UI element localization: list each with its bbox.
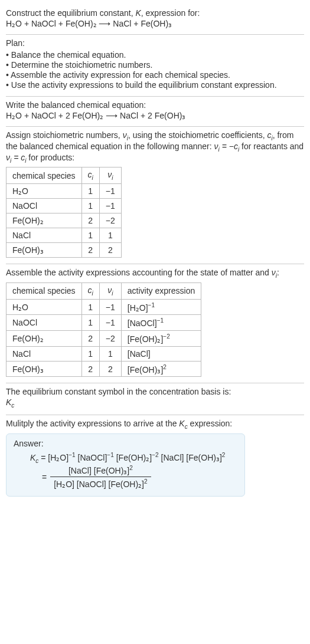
equals: = <box>38 453 48 462</box>
cell-species: H₂O <box>6 299 82 315</box>
k-symbol: K <box>135 8 141 18</box>
activity-table: chemical species ci νi activity expressi… <box>6 282 201 377</box>
nu-symbol: νi <box>272 268 277 277</box>
cell-expr: [NaOCl]−1 <box>121 315 201 331</box>
cell-c: 1 <box>81 346 99 361</box>
intro-text-b: , expression for: <box>141 8 200 18</box>
plan-item: • Assemble the activity expression for e… <box>6 70 304 80</box>
kc-symbol: Kc <box>179 419 187 428</box>
cell-species: Fe(OH)₃ <box>6 361 82 377</box>
stoich-text-b: , using the stoichiometric coefficients, <box>128 130 267 140</box>
multiply-text-a: Mulitply the activity expressions to arr… <box>6 419 179 428</box>
table-row: NaCl11[NaCl] <box>6 346 201 361</box>
c-symbol: ci <box>267 130 272 140</box>
equals: = <box>42 472 47 482</box>
cell-species: NaCl <box>6 228 82 243</box>
intro-section: Construct the equilibrium constant, K, e… <box>6 5 304 34</box>
cell-species: NaOCl <box>6 315 82 331</box>
table-row: H₂O1−1[H₂O]−1 <box>6 299 201 315</box>
cell-c: 1 <box>81 315 99 331</box>
cell-c: 1 <box>81 228 99 243</box>
col-expr: activity expression <box>121 282 201 299</box>
nu-symbol: νi <box>123 130 128 140</box>
cell-v: 1 <box>99 228 121 243</box>
plan-item: • Determine the stoichiometric numbers. <box>6 60 304 70</box>
activity-text-a: Assemble the activity expressions accoun… <box>6 268 272 277</box>
multiply-text-b: expression: <box>188 419 232 428</box>
table-row: NaOCl1−1 <box>6 199 122 213</box>
table-row: Fe(OH)₃22[Fe(OH)₃]2 <box>6 361 201 377</box>
kc-base: K <box>6 397 11 407</box>
table-row: Fe(OH)₃22 <box>6 243 122 258</box>
plan-bullets: • Balance the chemical equation. • Deter… <box>6 50 304 90</box>
stoich-section: Assign stoichiometric numbers, νi, using… <box>6 127 304 264</box>
balanced-section: Write the balanced chemical equation: H₂… <box>6 97 304 126</box>
plan-heading: Plan: <box>6 38 304 48</box>
cell-c: 1 <box>81 199 99 213</box>
cell-expr: [Fe(OH)₃]2 <box>121 361 201 377</box>
multiply-section: Mulitply the activity expressions to arr… <box>6 415 304 502</box>
cell-c: 2 <box>81 213 99 228</box>
fraction: [NaCl] [Fe(OH)₃]2 [H₂O] [NaOCl] [Fe(OH)₂… <box>50 465 151 488</box>
cell-v: −1 <box>99 199 121 213</box>
cell-v: −2 <box>99 213 121 228</box>
cell-v: 1 <box>99 346 121 361</box>
plan-item: • Use the activity expressions to build … <box>6 80 304 90</box>
plan-item: • Balance the chemical equation. <box>6 50 304 60</box>
terms: [H₂O]−1 [NaOCl]−1 [Fe(OH)₂]−2 [NaCl] [Fe… <box>48 453 225 462</box>
stoich-text-e: for products: <box>26 153 74 162</box>
intro-text-a: Construct the equilibrium constant, <box>6 8 135 18</box>
table-row: Fe(OH)₂2−2 <box>6 213 122 228</box>
balanced-heading: Write the balanced chemical equation: <box>6 100 304 110</box>
numerator: [NaCl] [Fe(OH)₃]2 <box>50 465 151 477</box>
table-row: Fe(OH)₂2−2[Fe(OH)₂]−2 <box>6 331 201 347</box>
cell-species: NaOCl <box>6 199 82 213</box>
product-rule: νi = ci <box>6 153 26 162</box>
cell-expr: [Fe(OH)₂]−2 <box>121 331 201 347</box>
answer-label: Answer: <box>14 439 237 448</box>
activity-text-b: : <box>277 268 279 277</box>
cell-v: 2 <box>99 361 121 377</box>
kc-symbol: Kc <box>6 397 304 409</box>
kc-symbol: Kc <box>30 453 38 462</box>
table-header-row: chemical species ci νi activity expressi… <box>6 282 201 299</box>
stoich-text-a: Assign stoichiometric numbers, <box>6 130 123 140</box>
cell-species: Fe(OH)₃ <box>6 243 82 258</box>
cell-expr: [NaCl] <box>121 346 201 361</box>
intro-line: Construct the equilibrium constant, K, e… <box>6 8 304 18</box>
symbol-section: The equilibrium constant symbol in the c… <box>6 383 304 415</box>
cell-c: 2 <box>81 361 99 377</box>
stoich-text: Assign stoichiometric numbers, νi, using… <box>6 130 304 163</box>
cell-c: 1 <box>81 299 99 315</box>
col-v: νi <box>99 282 121 299</box>
col-v: νi <box>99 167 121 184</box>
cell-v: 2 <box>99 243 121 258</box>
cell-c: 2 <box>81 243 99 258</box>
answer-box: Answer: Kc = [H₂O]−1 [NaOCl]−1 [Fe(OH)₂]… <box>6 433 245 497</box>
reactant-rule: νi = −ci <box>214 142 240 151</box>
plan-section: Plan: • Balance the chemical equation. •… <box>6 35 304 96</box>
col-species: chemical species <box>6 167 82 184</box>
multiply-text: Mulitply the activity expressions to arr… <box>6 419 304 430</box>
cell-c: 1 <box>81 184 99 199</box>
cell-species: H₂O <box>6 184 82 199</box>
intro-equation: H₂O + NaOCl + Fe(OH)₂ ⟶ NaCl + Fe(OH)₃ <box>6 19 304 28</box>
cell-species: Fe(OH)₂ <box>6 331 82 347</box>
table-row: H₂O1−1 <box>6 184 122 199</box>
cell-expr: [H₂O]−1 <box>121 299 201 315</box>
stoich-table: chemical species ci νi H₂O1−1 NaOCl1−1 F… <box>6 167 122 258</box>
table-header-row: chemical species ci νi <box>6 167 122 184</box>
cell-species: NaCl <box>6 346 82 361</box>
kc-sub: c <box>11 402 14 409</box>
symbol-line: The equilibrium constant symbol in the c… <box>6 387 304 396</box>
cell-c: 2 <box>81 331 99 347</box>
cell-v: −1 <box>99 184 121 199</box>
table-row: NaOCl1−1[NaOCl]−1 <box>6 315 201 331</box>
table-row: NaCl11 <box>6 228 122 243</box>
col-c: ci <box>81 167 99 184</box>
denominator: [H₂O] [NaOCl] [Fe(OH)₂]2 <box>50 477 151 489</box>
kc-expression-line2: = [NaCl] [Fe(OH)₃]2 [H₂O] [NaOCl] [Fe(OH… <box>42 465 237 488</box>
balanced-equation: H₂O + NaOCl + 2 Fe(OH)₂ ⟶ NaCl + 2 Fe(OH… <box>6 111 304 120</box>
cell-v: −1 <box>99 299 121 315</box>
stoich-text-d: for reactants and <box>239 142 304 151</box>
